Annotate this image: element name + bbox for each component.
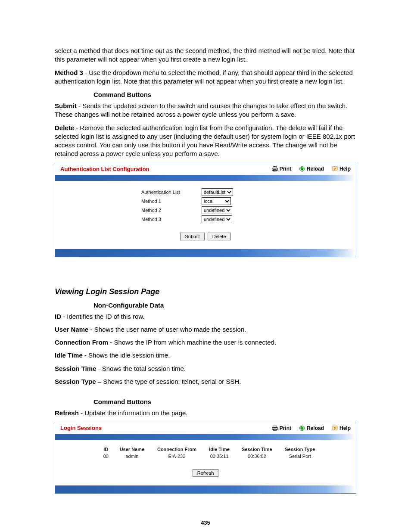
panel-title: Authentication List Configuration bbox=[60, 166, 272, 172]
method3-label: Method 3 bbox=[55, 217, 202, 222]
login-sessions-panel: Login Sessions Print Reload ? bbox=[55, 422, 356, 494]
paragraph: Refresh - Update the information on the … bbox=[55, 409, 356, 417]
reload-label: Reload bbox=[307, 425, 324, 431]
nonconfig-heading: Non-Configurable Data bbox=[93, 302, 356, 309]
col-type: Session Type bbox=[278, 446, 321, 453]
conn-text: - Shows the IP from which machine the us… bbox=[108, 339, 276, 346]
method2-label: Method 2 bbox=[55, 208, 202, 213]
cell-type: Serial Port bbox=[278, 453, 321, 460]
sessions-table: ID User Name Connection From Idle Time S… bbox=[55, 446, 356, 460]
method3-label: Method 3 bbox=[55, 69, 83, 76]
paragraph: Session Time - Shows the total session t… bbox=[55, 364, 356, 373]
cell-conn: EIA-232 bbox=[150, 453, 203, 460]
reload-button[interactable]: Reload bbox=[299, 166, 324, 172]
sess-label: Session Time bbox=[55, 365, 96, 372]
method3-text: - Use the dropdown menu to select the me… bbox=[55, 69, 353, 85]
reload-icon bbox=[299, 166, 305, 172]
type-text: – Shows the type of session: telnet, ser… bbox=[96, 378, 241, 385]
refresh-text: - Update the information on the page. bbox=[79, 409, 188, 417]
idle-text: - Shows the idle session time. bbox=[83, 352, 170, 359]
svg-rect-1 bbox=[272, 168, 277, 170]
method2-select[interactable]: undefined bbox=[202, 206, 232, 214]
help-button[interactable]: ? Help bbox=[332, 425, 351, 431]
reload-label: Reload bbox=[307, 166, 324, 172]
page-number: 435 bbox=[55, 520, 356, 526]
reload-button[interactable]: Reload bbox=[299, 425, 324, 431]
document-page: select a method that does not time out a… bbox=[55, 0, 356, 532]
paragraph: Delete - Remove the selected authenticat… bbox=[55, 124, 356, 159]
panel-body: ID User Name Connection From Idle Time S… bbox=[55, 440, 356, 485]
submit-label: Submit bbox=[55, 102, 77, 109]
help-icon: ? bbox=[332, 166, 338, 172]
paragraph: select a method that does not time out a… bbox=[55, 47, 356, 64]
id-label: ID bbox=[55, 313, 61, 320]
print-label: Print bbox=[280, 166, 291, 172]
button-row: Refresh bbox=[55, 469, 356, 477]
command-buttons-heading: Command Buttons bbox=[93, 91, 356, 98]
cell-user: admin bbox=[114, 453, 151, 460]
delete-button[interactable]: Delete bbox=[208, 233, 231, 240]
paragraph: User Name - Shows the user name of user … bbox=[55, 325, 356, 334]
help-label: Help bbox=[339, 166, 351, 172]
paragraph: Connection From - Shows the IP from whic… bbox=[55, 338, 356, 347]
print-button[interactable]: Print bbox=[272, 425, 291, 431]
submit-text: - Sends the updated screen to the switch… bbox=[55, 102, 347, 118]
divider-bar bbox=[55, 175, 356, 181]
svg-rect-0 bbox=[273, 167, 277, 168]
paragraph: Submit - Sends the updated screen to the… bbox=[55, 102, 356, 119]
paragraph: Method 3 - Use the dropdown menu to sele… bbox=[55, 68, 356, 86]
col-sess: Session Time bbox=[235, 446, 278, 453]
submit-button[interactable]: Submit bbox=[180, 233, 204, 240]
col-id: ID bbox=[98, 446, 114, 453]
conn-label: Connection From bbox=[55, 339, 108, 346]
panel-toolbar: Print Reload ? Help bbox=[272, 166, 351, 172]
help-button[interactable]: ? Help bbox=[332, 166, 351, 172]
panel-toolbar: Print Reload ? Help bbox=[272, 425, 351, 431]
paragraph: Idle Time - Shows the idle session time. bbox=[55, 351, 356, 360]
sess-text: - Shows the total session time. bbox=[96, 365, 186, 372]
auth-list-label: Authentication List bbox=[55, 190, 202, 195]
refresh-button[interactable]: Refresh bbox=[193, 469, 219, 477]
col-conn: Connection From bbox=[150, 446, 203, 453]
method1-label: Method 1 bbox=[55, 199, 202, 204]
panel-titlebar: Login Sessions Print Reload ? bbox=[55, 422, 356, 434]
table-row: 00 admin EIA-232 00:35:11 00:36:02 Seria… bbox=[55, 453, 356, 460]
delete-text: - Remove the selected authentication log… bbox=[55, 124, 355, 158]
printer-icon bbox=[272, 166, 278, 172]
cell-sess: 00:36:02 bbox=[235, 453, 278, 460]
auth-list-config-panel: Authentication List Configuration Print … bbox=[55, 163, 356, 257]
idle-label: Idle Time bbox=[55, 352, 83, 359]
paragraph: Session Type – Shows the type of session… bbox=[55, 377, 356, 386]
divider-bar bbox=[55, 434, 356, 440]
panel-titlebar: Authentication List Configuration Print … bbox=[55, 163, 356, 175]
svg-text:?: ? bbox=[334, 426, 336, 430]
user-text: - Shows the user name of user who made t… bbox=[88, 326, 246, 333]
divider-bar bbox=[55, 485, 356, 493]
col-user: User Name bbox=[114, 446, 151, 453]
svg-rect-6 bbox=[273, 426, 277, 428]
printer-icon bbox=[272, 425, 278, 431]
method3-select[interactable]: undefined bbox=[202, 215, 232, 223]
cell-id: 00 bbox=[98, 453, 114, 460]
command-buttons-heading: Command Buttons bbox=[93, 398, 356, 405]
method1-select[interactable]: local bbox=[202, 197, 231, 205]
reload-icon bbox=[299, 425, 305, 431]
delete-label: Delete bbox=[55, 124, 74, 131]
print-label: Print bbox=[280, 425, 291, 431]
table-header-row: ID User Name Connection From Idle Time S… bbox=[55, 446, 356, 453]
auth-list-select[interactable]: defaultList bbox=[202, 188, 233, 196]
help-icon: ? bbox=[332, 425, 338, 431]
type-label: Session Type bbox=[55, 378, 96, 385]
svg-text:?: ? bbox=[334, 167, 336, 171]
button-row: Submit Delete bbox=[55, 233, 356, 240]
section-title: Viewing Login Session Page bbox=[55, 287, 356, 296]
id-text: - Identifies the ID of this row. bbox=[61, 313, 144, 320]
divider-bar bbox=[55, 249, 356, 257]
paragraph: ID - Identifies the ID of this row. bbox=[55, 312, 356, 321]
help-label: Help bbox=[339, 425, 351, 431]
print-button[interactable]: Print bbox=[272, 166, 291, 172]
col-idle: Idle Time bbox=[203, 446, 236, 453]
cell-idle: 00:35:11 bbox=[203, 453, 236, 460]
user-label: User Name bbox=[55, 326, 88, 333]
panel-title: Login Sessions bbox=[60, 425, 272, 431]
